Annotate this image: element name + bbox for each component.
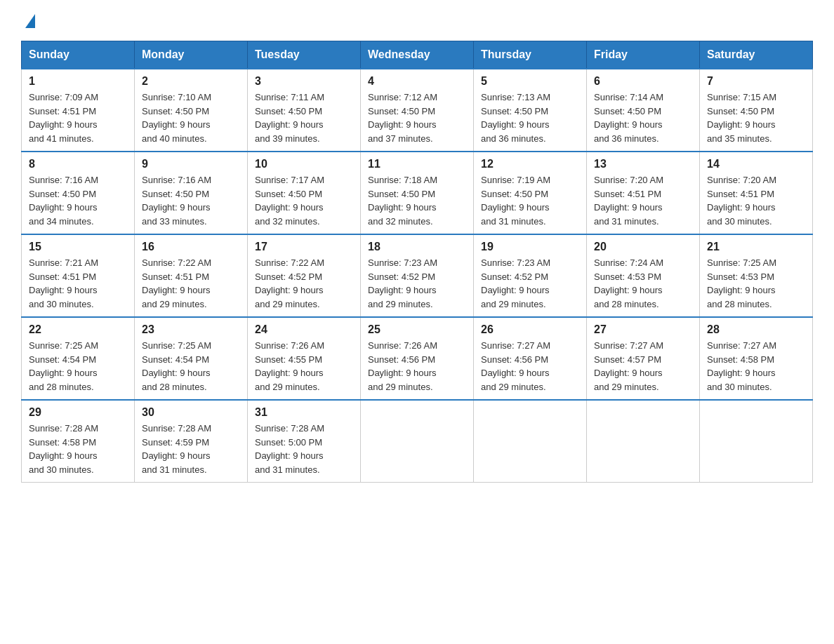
calendar-cell: 7Sunrise: 7:15 AM Sunset: 4:50 PM Daylig… [700, 69, 813, 152]
day-info: Sunrise: 7:23 AM Sunset: 4:52 PM Dayligh… [368, 256, 466, 311]
day-number: 24 [255, 323, 353, 336]
day-number: 31 [255, 406, 353, 419]
calendar-week-row: 15Sunrise: 7:21 AM Sunset: 4:51 PM Dayli… [22, 234, 813, 317]
calendar-cell: 31Sunrise: 7:28 AM Sunset: 5:00 PM Dayli… [248, 400, 361, 483]
day-info: Sunrise: 7:25 AM Sunset: 4:54 PM Dayligh… [29, 339, 127, 394]
day-number: 10 [255, 158, 353, 170]
day-info: Sunrise: 7:22 AM Sunset: 4:52 PM Dayligh… [255, 256, 353, 311]
calendar-cell: 13Sunrise: 7:20 AM Sunset: 4:51 PM Dayli… [587, 152, 700, 234]
calendar-cell: 11Sunrise: 7:18 AM Sunset: 4:50 PM Dayli… [361, 152, 474, 234]
calendar-week-row: 1Sunrise: 7:09 AM Sunset: 4:51 PM Daylig… [22, 69, 813, 152]
calendar-week-row: 29Sunrise: 7:28 AM Sunset: 4:58 PM Dayli… [22, 400, 813, 483]
day-info: Sunrise: 7:13 AM Sunset: 4:50 PM Dayligh… [481, 90, 579, 145]
calendar-week-row: 22Sunrise: 7:25 AM Sunset: 4:54 PM Dayli… [22, 317, 813, 400]
day-info: Sunrise: 7:15 AM Sunset: 4:50 PM Dayligh… [707, 90, 805, 145]
day-number: 23 [142, 323, 240, 336]
day-number: 16 [142, 241, 240, 253]
page-header [21, 14, 813, 29]
logo-triangle-icon [25, 14, 35, 28]
calendar-cell: 22Sunrise: 7:25 AM Sunset: 4:54 PM Dayli… [22, 317, 135, 400]
day-info: Sunrise: 7:24 AM Sunset: 4:53 PM Dayligh… [594, 256, 692, 311]
day-number: 25 [368, 323, 466, 336]
day-info: Sunrise: 7:12 AM Sunset: 4:50 PM Dayligh… [368, 90, 466, 145]
weekday-header-row: SundayMondayTuesdayWednesdayThursdayFrid… [22, 41, 813, 69]
day-info: Sunrise: 7:14 AM Sunset: 4:50 PM Dayligh… [594, 90, 692, 145]
calendar-cell: 30Sunrise: 7:28 AM Sunset: 4:59 PM Dayli… [135, 400, 248, 483]
day-number: 15 [29, 241, 127, 253]
calendar-cell: 18Sunrise: 7:23 AM Sunset: 4:52 PM Dayli… [361, 234, 474, 317]
day-number: 17 [255, 241, 353, 253]
day-info: Sunrise: 7:28 AM Sunset: 4:59 PM Dayligh… [142, 422, 240, 476]
calendar-cell: 1Sunrise: 7:09 AM Sunset: 4:51 PM Daylig… [22, 69, 135, 152]
weekday-header-saturday: Saturday [700, 41, 813, 69]
calendar-cell: 10Sunrise: 7:17 AM Sunset: 4:50 PM Dayli… [248, 152, 361, 234]
calendar-cell: 12Sunrise: 7:19 AM Sunset: 4:50 PM Dayli… [474, 152, 587, 234]
day-number: 6 [594, 75, 692, 88]
calendar-cell: 29Sunrise: 7:28 AM Sunset: 4:58 PM Dayli… [22, 400, 135, 483]
weekday-header-tuesday: Tuesday [248, 41, 361, 69]
day-number: 11 [368, 158, 466, 170]
day-info: Sunrise: 7:19 AM Sunset: 4:50 PM Dayligh… [481, 173, 579, 228]
day-info: Sunrise: 7:16 AM Sunset: 4:50 PM Dayligh… [29, 173, 127, 228]
day-info: Sunrise: 7:18 AM Sunset: 4:50 PM Dayligh… [368, 173, 466, 228]
day-number: 30 [142, 406, 240, 419]
day-number: 21 [707, 241, 805, 253]
day-number: 7 [707, 75, 805, 88]
calendar-cell [587, 400, 700, 483]
calendar-cell: 15Sunrise: 7:21 AM Sunset: 4:51 PM Dayli… [22, 234, 135, 317]
day-info: Sunrise: 7:16 AM Sunset: 4:50 PM Dayligh… [142, 173, 240, 228]
day-info: Sunrise: 7:27 AM Sunset: 4:57 PM Dayligh… [594, 339, 692, 394]
calendar-cell: 4Sunrise: 7:12 AM Sunset: 4:50 PM Daylig… [361, 69, 474, 152]
calendar-cell: 26Sunrise: 7:27 AM Sunset: 4:56 PM Dayli… [474, 317, 587, 400]
day-number: 8 [29, 158, 127, 170]
day-number: 29 [29, 406, 127, 419]
day-number: 22 [29, 323, 127, 336]
day-number: 18 [368, 241, 466, 253]
day-info: Sunrise: 7:28 AM Sunset: 5:00 PM Dayligh… [255, 422, 353, 476]
day-info: Sunrise: 7:28 AM Sunset: 4:58 PM Dayligh… [29, 422, 127, 476]
day-info: Sunrise: 7:20 AM Sunset: 4:51 PM Dayligh… [594, 173, 692, 228]
day-number: 28 [707, 323, 805, 336]
day-info: Sunrise: 7:17 AM Sunset: 4:50 PM Dayligh… [255, 173, 353, 228]
calendar-table: SundayMondayTuesdayWednesdayThursdayFrid… [21, 41, 813, 483]
day-info: Sunrise: 7:22 AM Sunset: 4:51 PM Dayligh… [142, 256, 240, 311]
calendar-cell: 6Sunrise: 7:14 AM Sunset: 4:50 PM Daylig… [587, 69, 700, 152]
weekday-header-wednesday: Wednesday [361, 41, 474, 69]
day-number: 3 [255, 75, 353, 88]
calendar-cell: 5Sunrise: 7:13 AM Sunset: 4:50 PM Daylig… [474, 69, 587, 152]
calendar-cell: 14Sunrise: 7:20 AM Sunset: 4:51 PM Dayli… [700, 152, 813, 234]
weekday-header-monday: Monday [135, 41, 248, 69]
day-number: 2 [142, 75, 240, 88]
day-info: Sunrise: 7:25 AM Sunset: 4:54 PM Dayligh… [142, 339, 240, 394]
calendar-cell: 9Sunrise: 7:16 AM Sunset: 4:50 PM Daylig… [135, 152, 248, 234]
day-number: 20 [594, 241, 692, 253]
calendar-cell: 20Sunrise: 7:24 AM Sunset: 4:53 PM Dayli… [587, 234, 700, 317]
day-info: Sunrise: 7:26 AM Sunset: 4:55 PM Dayligh… [255, 339, 353, 394]
day-number: 14 [707, 158, 805, 170]
weekday-header-friday: Friday [587, 41, 700, 69]
day-number: 27 [594, 323, 692, 336]
day-number: 4 [368, 75, 466, 88]
calendar-cell: 28Sunrise: 7:27 AM Sunset: 4:58 PM Dayli… [700, 317, 813, 400]
day-info: Sunrise: 7:25 AM Sunset: 4:53 PM Dayligh… [707, 256, 805, 311]
day-info: Sunrise: 7:26 AM Sunset: 4:56 PM Dayligh… [368, 339, 466, 394]
calendar-cell: 19Sunrise: 7:23 AM Sunset: 4:52 PM Dayli… [474, 234, 587, 317]
day-info: Sunrise: 7:27 AM Sunset: 4:58 PM Dayligh… [707, 339, 805, 394]
weekday-header-sunday: Sunday [22, 41, 135, 69]
calendar-cell: 27Sunrise: 7:27 AM Sunset: 4:57 PM Dayli… [587, 317, 700, 400]
calendar-cell: 25Sunrise: 7:26 AM Sunset: 4:56 PM Dayli… [361, 317, 474, 400]
day-number: 9 [142, 158, 240, 170]
day-info: Sunrise: 7:27 AM Sunset: 4:56 PM Dayligh… [481, 339, 579, 394]
day-info: Sunrise: 7:10 AM Sunset: 4:50 PM Dayligh… [142, 90, 240, 145]
calendar-cell [700, 400, 813, 483]
day-number: 26 [481, 323, 579, 336]
calendar-cell: 24Sunrise: 7:26 AM Sunset: 4:55 PM Dayli… [248, 317, 361, 400]
day-number: 5 [481, 75, 579, 88]
day-number: 1 [29, 75, 127, 88]
weekday-header-thursday: Thursday [474, 41, 587, 69]
calendar-cell [361, 400, 474, 483]
calendar-cell: 3Sunrise: 7:11 AM Sunset: 4:50 PM Daylig… [248, 69, 361, 152]
day-number: 12 [481, 158, 579, 170]
calendar-cell: 2Sunrise: 7:10 AM Sunset: 4:50 PM Daylig… [135, 69, 248, 152]
calendar-week-row: 8Sunrise: 7:16 AM Sunset: 4:50 PM Daylig… [22, 152, 813, 234]
